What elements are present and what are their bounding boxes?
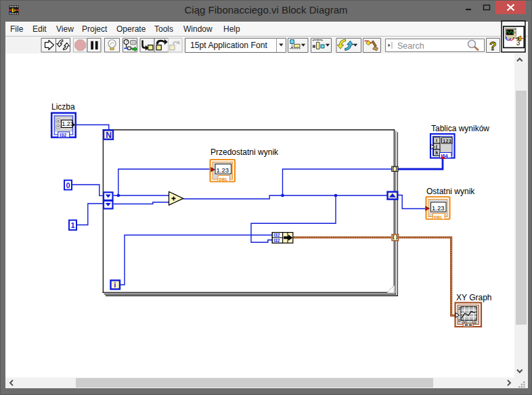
svg-text:I32: I32 [273, 233, 280, 237]
svg-text:Przedostatni wynik: Przedostatni wynik [210, 147, 279, 157]
svg-text:1.23: 1.23 [62, 120, 74, 127]
svg-text:1.23: 1.23 [217, 166, 229, 174]
svg-text:I32: I32 [60, 132, 66, 138]
svg-text:123: 123 [443, 139, 451, 143]
svg-text:DBL: DBL [434, 215, 443, 220]
svg-text:0: 0 [66, 181, 70, 189]
svg-text:Tablica wyników: Tablica wyników [431, 124, 489, 133]
svg-text:Search: Search [397, 41, 424, 51]
svg-text:?: ? [489, 40, 496, 53]
svg-text:N: N [106, 131, 112, 140]
svg-text:15pt Application Font: 15pt Application Font [190, 41, 267, 50]
svg-text:j: j [435, 143, 437, 149]
svg-text:i: i [114, 281, 116, 289]
svg-text:Ostatni wynik: Ostatni wynik [426, 187, 475, 196]
svg-text:1.23: 1.23 [432, 204, 445, 212]
svg-text:3: 3 [516, 39, 520, 47]
svg-text:1: 1 [71, 221, 75, 229]
svg-text:DBL: DBL [219, 177, 229, 183]
svg-text:I32: I32 [273, 238, 280, 243]
svg-text:Liczba: Liczba [51, 102, 75, 112]
svg-text:i: i [436, 137, 437, 143]
svg-text:XY Graph: XY Graph [456, 293, 491, 302]
